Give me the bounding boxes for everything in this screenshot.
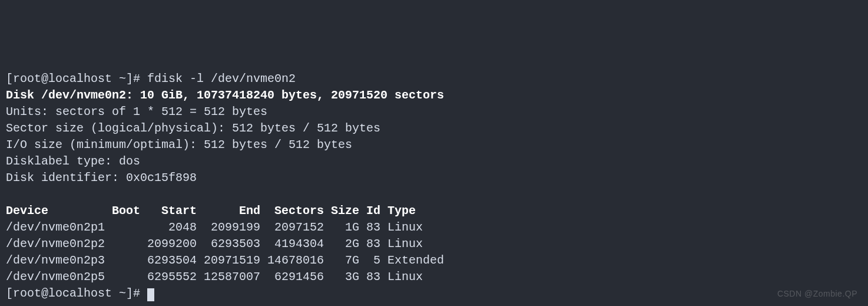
watermark-text: CSDN @Zombie.QP: [777, 288, 857, 300]
shell-prompt: [root@localhost ~]#: [6, 72, 147, 85]
table-row: /dev/nvme0n2p2 2099200 6293503 4194304 2…: [6, 237, 423, 251]
sector-size-line: Sector size (logical/physical): 512 byte…: [6, 121, 380, 135]
shell-prompt: [root@localhost ~]#: [6, 287, 147, 300]
units-line: Units: sectors of 1 * 512 = 512 bytes: [6, 105, 267, 119]
table-row: /dev/nvme0n2p3 6293504 20971519 14678016…: [6, 254, 444, 267]
disklabel-line: Disklabel type: dos: [6, 154, 140, 168]
io-size-line: I/O size (minimum/optimal): 512 bytes / …: [6, 138, 352, 152]
cursor-block[interactable]: [147, 288, 154, 301]
disk-summary: Disk /dev/nvme0n2: 10 GiB, 10737418240 b…: [6, 88, 444, 102]
table-row: /dev/nvme0n2p5 6295552 12587007 6291456 …: [6, 270, 423, 284]
partition-table-header: Device Boot Start End Sectors Size Id Ty…: [6, 204, 416, 218]
table-row: /dev/nvme0n2p1 2048 2099199 2097152 1G 8…: [6, 221, 423, 234]
diskid-line: Disk identifier: 0x0c15f898: [6, 171, 197, 185]
shell-command: fdisk -l /dev/nvme0n2: [147, 72, 296, 85]
